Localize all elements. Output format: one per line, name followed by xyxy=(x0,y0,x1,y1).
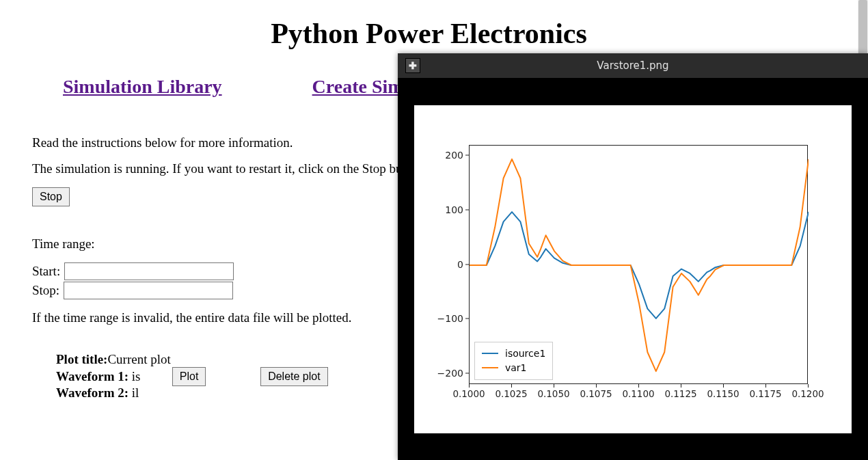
waveform2-label: Waveform 2: xyxy=(56,385,132,400)
x-tick-label: 0.1150 xyxy=(707,388,739,399)
x-tick-label: 0.1050 xyxy=(537,388,569,399)
waveform2-value: il xyxy=(132,385,139,400)
x-tick-label: 0.1200 xyxy=(791,388,824,399)
start-input[interactable] xyxy=(64,262,234,280)
maximize-icon[interactable]: ✚ xyxy=(405,58,420,73)
plot-button[interactable]: Plot xyxy=(172,367,206,386)
waveform1-label: Waveform 1: xyxy=(56,369,132,383)
chart-legend: isource1 var1 xyxy=(474,342,553,380)
x-tick-label: 0.1175 xyxy=(749,388,781,399)
y-tick-label: 100 xyxy=(414,204,463,215)
stop-button[interactable]: Stop xyxy=(32,187,70,206)
waveform1-value: is xyxy=(132,369,141,383)
legend-swatch-isource1 xyxy=(482,353,498,354)
viewer-titlebar[interactable]: ✚ Varstore1.png xyxy=(398,53,868,78)
y-tick-label: −100 xyxy=(414,313,463,324)
page-title: Python Power Electronics xyxy=(32,17,826,50)
start-label: Start: xyxy=(32,264,60,279)
stop-time-label: Stop: xyxy=(32,283,59,298)
y-tick-label: 0 xyxy=(414,259,463,270)
stop-input[interactable] xyxy=(64,282,233,299)
image-viewer-window[interactable]: ✚ Varstore1.png isource1 var1 −200−10001… xyxy=(398,53,868,460)
plot-title-label: Plot title: xyxy=(56,352,107,366)
legend-swatch-var1 xyxy=(482,367,498,368)
scrollbar-thumb[interactable] xyxy=(858,0,867,58)
delete-plot-button[interactable]: Delete plot xyxy=(260,367,328,386)
x-tick-label: 0.1025 xyxy=(495,388,527,399)
plot-info: Plot title:Current plot Waveform 1: is W… xyxy=(56,351,171,402)
chart-canvas: isource1 var1 −200−10001002000.10000.102… xyxy=(414,105,852,433)
y-tick-label: 200 xyxy=(414,150,463,161)
x-tick-label: 0.1075 xyxy=(580,388,612,399)
series-var1 xyxy=(470,159,809,370)
viewer-body: isource1 var1 −200−10001002000.10000.102… xyxy=(398,78,868,460)
viewer-title: Varstore1.png xyxy=(398,59,868,72)
legend-label-isource1: isource1 xyxy=(505,348,545,359)
x-tick-label: 0.1100 xyxy=(622,388,654,399)
x-tick-label: 0.1125 xyxy=(664,388,696,399)
plot-title-value: Current plot xyxy=(107,352,170,366)
y-tick-label: −200 xyxy=(414,368,463,379)
nav-simulation-library[interactable]: Simulation Library xyxy=(63,76,222,97)
legend-label-var1: var1 xyxy=(505,362,527,373)
x-tick-label: 0.1000 xyxy=(452,388,485,399)
